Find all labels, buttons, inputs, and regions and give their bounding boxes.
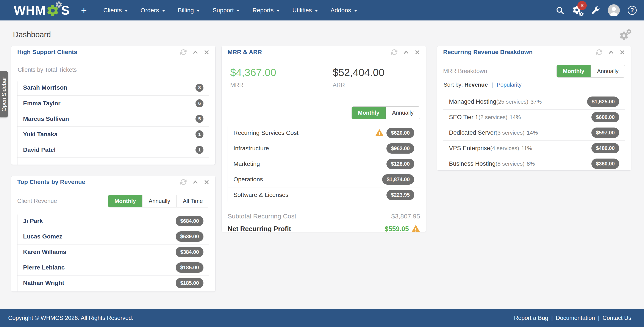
close-button[interactable] [204, 179, 209, 185]
refresh-icon [596, 49, 602, 55]
product-row: Dedicated Server(3 services)14% $597.00 [443, 125, 625, 140]
close-icon [415, 49, 420, 55]
client-link[interactable]: Ji Park [23, 218, 43, 225]
net-profit-value: $559.05 [385, 225, 409, 232]
client-row[interactable]: Marcus Sullivan 5 [18, 111, 209, 126]
collapse-button[interactable] [192, 49, 198, 55]
refresh-button[interactable] [180, 49, 187, 55]
breakdown-period-toggle: Monthly Annually [556, 65, 625, 77]
client-link[interactable]: Emma Taylor [23, 100, 60, 107]
product-percent: 11% [521, 145, 532, 151]
sort-option-popularity[interactable]: Popularity [496, 81, 522, 88]
product-row: Business Hosting(8 services)8% $360.00 [443, 156, 625, 171]
search-button[interactable] [556, 6, 564, 15]
client-row[interactable]: Lucas Gomez $639.00 [18, 229, 209, 244]
revenue-badge: $639.00 [176, 231, 204, 242]
logo-gear-icon [46, 2, 61, 18]
cost-row: Operations $1,874.00 [228, 172, 420, 187]
notification-badge [578, 1, 587, 10]
widget-title: MRR & ARR [228, 49, 262, 55]
client-link[interactable]: Lucas Gomez [23, 233, 62, 240]
period-filter-button[interactable]: Annually [142, 195, 176, 207]
collapse-button[interactable] [608, 49, 614, 55]
refresh-button[interactable] [391, 49, 398, 55]
clipped-row [18, 291, 209, 292]
client-link[interactable]: Nathan Wright [23, 280, 64, 287]
wrench-icon [591, 6, 600, 15]
nav-menu-item[interactable]: Reports [246, 0, 286, 20]
close-button[interactable] [415, 49, 420, 55]
nav-menu-item[interactable]: Utilities [286, 0, 324, 20]
footer-link[interactable]: Report a Bug [514, 315, 548, 322]
period-filter-button[interactable]: Annually [590, 65, 625, 77]
client-row[interactable]: Pierre Leblanc $185.00 [18, 260, 209, 275]
widget-recurring-revenue-breakdown: Recurring Revenue Breakdown MRR Breakdow… [437, 46, 631, 171]
client-row[interactable]: Sarah Morrison 8 [18, 80, 209, 95]
client-link[interactable]: David Patel [23, 146, 56, 153]
warning-triangle-icon [412, 225, 420, 232]
client-row[interactable]: Emma Taylor 6 [18, 95, 209, 111]
nav-menu-item[interactable]: Clients [97, 0, 134, 20]
refresh-icon [180, 49, 187, 55]
client-row[interactable]: Nathan Wright $185.00 [18, 275, 209, 291]
nav-menu-label: Orders [140, 7, 159, 14]
nav-menu-item[interactable]: Orders [134, 0, 172, 20]
chevron-down-icon [236, 10, 240, 12]
period-filter-button[interactable]: Annually [386, 107, 420, 119]
cost-amount-badge: $223.95 [386, 190, 414, 200]
period-filter-button[interactable]: Monthly [108, 195, 142, 207]
ticket-count-badge: 5 [196, 115, 204, 123]
period-filter-button[interactable]: Monthly [557, 65, 591, 77]
system-settings-button[interactable] [591, 6, 600, 15]
client-row[interactable]: Ji Park $684.00 [18, 213, 209, 229]
collapse-icon [403, 49, 409, 55]
collapse-button[interactable] [192, 179, 198, 185]
period-filter-button[interactable]: All Time [176, 195, 209, 207]
open-sidebar-label: Open Sidebar [1, 77, 7, 111]
client-link[interactable]: Yuki Tanaka [23, 131, 58, 138]
chevron-down-icon [276, 10, 280, 12]
sort-option-revenue[interactable]: Revenue [464, 81, 488, 88]
collapse-button[interactable] [403, 49, 409, 55]
collapse-icon [192, 179, 198, 185]
help-button[interactable]: ? [628, 6, 637, 15]
footer-link[interactable]: Documentation [556, 315, 595, 322]
client-link[interactable]: Marcus Sullivan [23, 115, 69, 122]
client-link[interactable]: Sarah Morrison [23, 84, 67, 91]
client-row[interactable]: David Patel 1 [18, 142, 209, 157]
refresh-button[interactable] [596, 49, 602, 55]
quick-add-button[interactable]: + [81, 5, 87, 15]
widget-title: Top Clients by Revenue [17, 179, 85, 185]
arr-value: $52,404.00 [333, 66, 426, 78]
close-icon [204, 49, 209, 55]
close-button[interactable] [204, 49, 209, 55]
my-account-button[interactable] [608, 4, 620, 16]
ticket-count-badge: 6 [196, 99, 204, 107]
period-filter-button[interactable]: Monthly [352, 107, 386, 119]
nav-menu-item[interactable]: Support [206, 0, 246, 20]
widget-title: High Support Clients [17, 49, 77, 55]
totals-divider [228, 208, 420, 208]
whmcs-logo[interactable]: WHM S [14, 2, 70, 18]
open-sidebar-tab[interactable]: Open Sidebar [0, 71, 8, 117]
refresh-button[interactable] [180, 179, 187, 185]
top-navbar: WHM S + Clients Orders Billing Suppo [0, 0, 644, 20]
client-row[interactable]: Karen Williams $384.00 [18, 244, 209, 260]
footer-link[interactable]: Contact Us [602, 315, 631, 322]
addon-modules-button[interactable] [572, 5, 583, 16]
page-title: Dashboard [13, 30, 51, 39]
client-link[interactable]: Karen Williams [23, 249, 66, 256]
close-button[interactable] [620, 49, 625, 55]
client-link[interactable]: Pierre Leblanc [23, 264, 65, 271]
close-icon [204, 179, 209, 185]
clipped-row [18, 157, 209, 165]
client-row[interactable]: Yuki Tanaka 1 [18, 126, 209, 142]
search-icon [556, 6, 564, 15]
dashboard-settings-button[interactable] [619, 29, 632, 41]
subtotal-value: $3,807.95 [392, 213, 420, 220]
nav-menu-item[interactable]: Addons [324, 0, 364, 20]
dashboard-widgets: High Support Clients Clients by Total Ti… [0, 46, 644, 292]
product-amount-badge: $360.00 [592, 159, 619, 169]
ticket-count-badge: 8 [196, 84, 204, 92]
nav-menu-item[interactable]: Billing [172, 0, 206, 20]
